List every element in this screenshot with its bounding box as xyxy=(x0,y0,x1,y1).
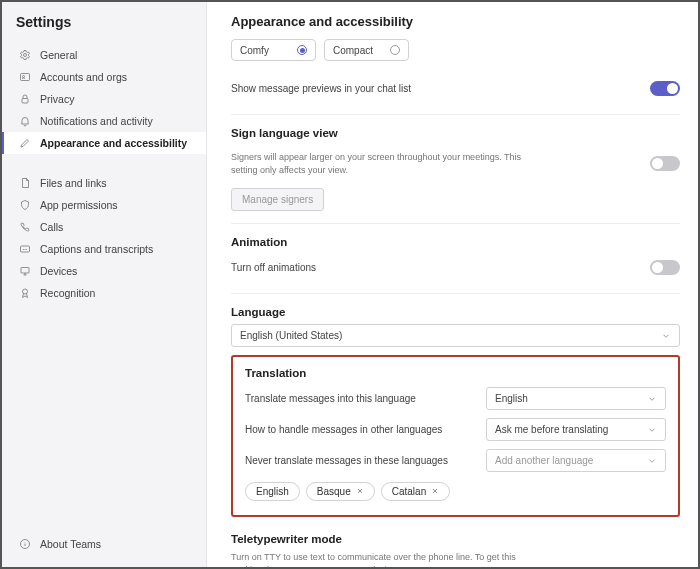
card-icon xyxy=(18,70,32,84)
sidebar-item-label: Devices xyxy=(40,265,77,277)
chevron-down-icon xyxy=(661,331,671,341)
gear-icon xyxy=(18,48,32,62)
svg-rect-3 xyxy=(22,99,28,104)
sidebar-item-label: Privacy xyxy=(40,93,74,105)
language-chip-basque[interactable]: Basque xyxy=(306,482,375,501)
sidebar-item-appearance[interactable]: Appearance and accessibility xyxy=(2,132,206,154)
sidebar-item-devices[interactable]: Devices xyxy=(2,260,206,282)
settings-sidebar: Settings General Accounts and orgs Priva… xyxy=(2,2,207,567)
badge-icon xyxy=(18,286,32,300)
svg-rect-5 xyxy=(21,268,29,274)
sidebar-item-about[interactable]: About Teams xyxy=(2,533,206,555)
sidebar-title: Settings xyxy=(2,14,206,40)
turn-off-animations-label: Turn off animations xyxy=(231,261,316,275)
density-label: Comfy xyxy=(240,45,269,56)
never-translate-select[interactable]: Add another language xyxy=(486,449,666,472)
page-title: Appearance and accessibility xyxy=(231,14,680,29)
sidebar-item-label: About Teams xyxy=(40,538,101,550)
sidebar-item-label: Files and links xyxy=(40,177,107,189)
main-content: Appearance and accessibility Comfy Compa… xyxy=(207,2,698,567)
chip-label: Catalan xyxy=(392,486,426,497)
sidebar-item-label: Calls xyxy=(40,221,63,233)
translate-into-label: Translate messages into this language xyxy=(245,392,474,406)
file-icon xyxy=(18,176,32,190)
never-translate-placeholder: Add another language xyxy=(495,455,593,466)
sidebar-item-recognition[interactable]: Recognition xyxy=(2,282,206,304)
captions-icon xyxy=(18,242,32,256)
sidebar-item-captions[interactable]: Captions and transcripts xyxy=(2,238,206,260)
chip-label: English xyxy=(256,486,289,497)
divider xyxy=(231,223,680,224)
sidebar-item-privacy[interactable]: Privacy xyxy=(2,88,206,110)
svg-rect-4 xyxy=(21,246,30,252)
sidebar-item-calls[interactable]: Calls xyxy=(2,216,206,238)
translate-into-value: English xyxy=(495,393,528,404)
language-chip-english[interactable]: English xyxy=(245,482,300,501)
sidebar-item-label: Accounts and orgs xyxy=(40,71,127,83)
handle-messages-value: Ask me before translating xyxy=(495,424,608,435)
radio-icon xyxy=(390,45,400,55)
show-previews-label: Show message previews in your chat list xyxy=(231,82,411,96)
svg-point-2 xyxy=(23,76,25,78)
translation-heading: Translation xyxy=(245,367,666,379)
remove-chip-icon[interactable] xyxy=(431,486,439,497)
sidebar-item-notifications[interactable]: Notifications and activity xyxy=(2,110,206,132)
svg-point-6 xyxy=(23,289,28,294)
density-comfy[interactable]: Comfy xyxy=(231,39,316,61)
shield-icon xyxy=(18,198,32,212)
sidebar-item-label: Appearance and accessibility xyxy=(40,137,187,149)
sidebar-item-accounts[interactable]: Accounts and orgs xyxy=(2,66,206,88)
divider xyxy=(231,293,680,294)
show-previews-toggle[interactable] xyxy=(650,81,680,96)
sidebar-item-label: App permissions xyxy=(40,199,118,211)
sign-language-toggle[interactable] xyxy=(650,156,680,171)
sidebar-item-label: Recognition xyxy=(40,287,95,299)
radio-icon xyxy=(297,45,307,55)
sidebar-item-files[interactable]: Files and links xyxy=(2,172,206,194)
language-value: English (United States) xyxy=(240,330,342,341)
sign-language-heading: Sign language view xyxy=(231,127,680,139)
chevron-down-icon xyxy=(647,425,657,435)
sidebar-item-app-permissions[interactable]: App permissions xyxy=(2,194,206,216)
tty-heading: Teletypewriter mode xyxy=(231,533,680,545)
bell-icon xyxy=(18,114,32,128)
chip-label: Basque xyxy=(317,486,351,497)
remove-chip-icon[interactable] xyxy=(356,486,364,497)
sign-language-desc: Signers will appear larger on your scree… xyxy=(231,151,531,176)
sidebar-item-label: Notifications and activity xyxy=(40,115,153,127)
divider xyxy=(231,114,680,115)
phone-icon xyxy=(18,220,32,234)
handle-messages-label: How to handle messages in other language… xyxy=(245,423,474,437)
info-icon xyxy=(18,537,32,551)
chevron-down-icon xyxy=(647,394,657,404)
sidebar-item-label: Captions and transcripts xyxy=(40,243,153,255)
pencil-icon xyxy=(18,136,32,150)
translation-section: Translation Translate messages into this… xyxy=(231,355,680,517)
manage-signers-button[interactable]: Manage signers xyxy=(231,188,324,211)
handle-messages-select[interactable]: Ask me before translating xyxy=(486,418,666,441)
language-select[interactable]: English (United States) xyxy=(231,324,680,347)
density-label: Compact xyxy=(333,45,373,56)
sidebar-item-label: General xyxy=(40,49,77,61)
lock-icon xyxy=(18,92,32,106)
device-icon xyxy=(18,264,32,278)
turn-off-animations-toggle[interactable] xyxy=(650,260,680,275)
translate-into-select[interactable]: English xyxy=(486,387,666,410)
chevron-down-icon xyxy=(647,456,657,466)
tty-desc: Turn on TTY to use text to communicate o… xyxy=(231,551,531,567)
sidebar-item-general[interactable]: General xyxy=(2,44,206,66)
language-heading: Language xyxy=(231,306,680,318)
density-compact[interactable]: Compact xyxy=(324,39,409,61)
svg-rect-1 xyxy=(21,74,30,81)
never-translate-label: Never translate messages in these langua… xyxy=(245,454,474,468)
animation-heading: Animation xyxy=(231,236,680,248)
language-chip-catalan[interactable]: Catalan xyxy=(381,482,450,501)
svg-point-0 xyxy=(24,54,27,57)
